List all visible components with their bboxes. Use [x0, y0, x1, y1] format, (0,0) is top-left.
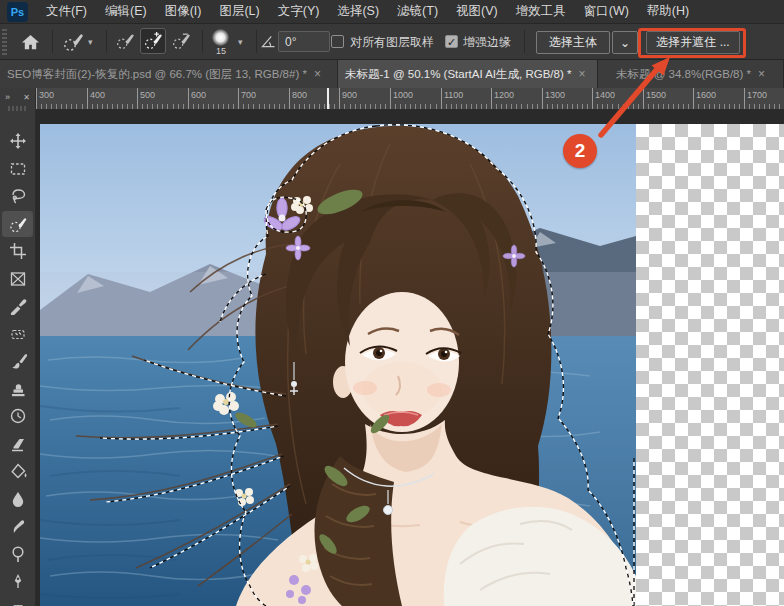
gradient-tool[interactable] [2, 458, 33, 484]
sample-all-layers-label: 对所有图层取样 [350, 24, 434, 60]
photoshop-logo: Ps [7, 2, 28, 22]
menu-item-3[interactable]: 图层(L) [210, 0, 268, 23]
enhance-edge-checkbox[interactable]: ✓ [445, 35, 458, 48]
ruler-label-1300: 1300 [545, 90, 565, 100]
angle-icon [261, 35, 276, 48]
ruler-label-700: 700 [241, 90, 256, 100]
ruler-label-600: 600 [191, 90, 206, 100]
ruler-tick-1700 [744, 88, 745, 109]
type-tool[interactable]: T [2, 596, 33, 606]
tab-2-close-icon[interactable]: × [578, 67, 585, 81]
menu-item-7[interactable]: 视图(V) [447, 0, 507, 23]
ruler-tick-300 [36, 88, 37, 109]
brush-size-chevron[interactable]: ▾ [238, 37, 243, 47]
ruler-label-800: 800 [292, 90, 307, 100]
document-tab-2-title: 未标题-1 @ 50.1% (StartAI AI生成, RGB/8) * [345, 67, 571, 82]
eyedropper-tool[interactable] [2, 293, 33, 319]
ruler-label-1200: 1200 [494, 90, 514, 100]
annotation-arrow [592, 48, 680, 144]
sample-all-layers-checkbox[interactable] [331, 35, 344, 48]
tool-preset-chevron[interactable]: ▾ [88, 37, 93, 47]
tools-panel-close-icon[interactable]: ✕ [23, 93, 30, 102]
patch-tool[interactable] [2, 321, 33, 347]
brush-tool[interactable] [2, 348, 33, 374]
ruler-tick-700 [238, 88, 239, 109]
tab-1-close-icon[interactable]: × [314, 67, 321, 81]
ruler-label-400: 400 [90, 90, 105, 100]
lasso-tool[interactable] [2, 183, 33, 209]
document-tab-1[interactable]: SEO博客封面(2)-恢复的.psd @ 66.7% (图层 13, RGB/8… [0, 60, 338, 88]
photoshop-window: { "menu_bar": { "logo_text": "Ps", "item… [0, 0, 784, 606]
ruler-position-marker [327, 88, 329, 109]
ruler-tick-800 [289, 88, 290, 109]
document-canvas[interactable] [40, 124, 636, 606]
rectangular-marquee-tool[interactable] [2, 156, 33, 182]
smudge-tool[interactable] [2, 513, 33, 539]
menu-item-5[interactable]: 选择(S) [328, 0, 388, 23]
ruler-tick-400 [87, 88, 88, 109]
tool-preset-icon[interactable] [60, 30, 86, 54]
options-bar-grip [2, 29, 7, 55]
ruler-tick-500 [137, 88, 138, 109]
clone-stamp-tool[interactable] [2, 376, 33, 402]
move-tool[interactable] [2, 128, 33, 154]
menu-item-2[interactable]: 图像(I) [156, 0, 211, 23]
tools-panel-collapse-icon[interactable]: » [5, 92, 10, 102]
home-button[interactable] [18, 30, 42, 54]
crop-tool[interactable] [2, 238, 33, 264]
menu-item-10[interactable]: 帮助(H) [638, 0, 698, 23]
ruler-label-1000: 1000 [393, 90, 413, 100]
ruler-label-1600: 1600 [696, 90, 716, 100]
brush-size-preview[interactable] [212, 29, 229, 46]
portrait-photo [40, 124, 636, 606]
ruler-tick-1600 [693, 88, 694, 109]
ruler-label-900: 900 [342, 90, 357, 100]
tools-panel-grip [8, 106, 27, 111]
angle-input[interactable]: 0° [278, 31, 330, 52]
selection-mode-subtract-button[interactable] [168, 28, 194, 54]
tab-3-close-icon[interactable]: × [758, 67, 765, 81]
selection-brush-tool[interactable] [2, 211, 33, 237]
enhance-edge-label: 增强边缘 [463, 24, 511, 60]
ruler-tick-900 [339, 88, 340, 109]
ruler-tick-1300 [542, 88, 543, 109]
ruler-tick-1000 [390, 88, 391, 109]
menu-item-9[interactable]: 窗口(W) [575, 0, 638, 23]
transparent-pixels-checkerboard[interactable] [636, 124, 784, 606]
ruler-label-300: 300 [39, 90, 54, 100]
document-tab-1-title: SEO博客封面(2)-恢复的.psd @ 66.7% (图层 13, RGB/8… [7, 67, 307, 82]
selection-mode-new-button[interactable] [112, 28, 138, 54]
selection-mode-add-button[interactable] [140, 28, 166, 54]
menu-items: 文件(F)编辑(E)图像(I)图层(L)文字(Y)选择(S)滤镜(T)视图(V)… [37, 0, 698, 23]
menu-item-4[interactable]: 文字(Y) [269, 0, 329, 23]
blur-tool[interactable] [2, 486, 33, 512]
menu-bar: Ps 文件(F)编辑(E)图像(I)图层(L)文字(Y)选择(S)滤镜(T)视图… [0, 0, 784, 24]
ruler-tick-600 [188, 88, 189, 109]
document-tab-2[interactable]: 未标题-1 @ 50.1% (StartAI AI生成, RGB/8) * × [338, 60, 598, 88]
svg-text:T: T [13, 601, 22, 606]
ruler-label-1700: 1700 [747, 90, 767, 100]
ruler-tick-1200 [491, 88, 492, 109]
dodge-tool[interactable] [2, 541, 33, 567]
tools-panel: » ✕ T [0, 88, 36, 606]
menu-item-1[interactable]: 编辑(E) [96, 0, 156, 23]
menu-item-6[interactable]: 滤镜(T) [388, 0, 447, 23]
pen-tool[interactable] [2, 568, 33, 594]
brush-size-value: 15 [212, 46, 230, 56]
menu-item-0[interactable]: 文件(F) [37, 0, 96, 23]
ruler-label-500: 500 [140, 90, 155, 100]
canvas-workspace [36, 110, 784, 606]
ruler-label-1100: 1100 [444, 90, 463, 100]
frame-tool[interactable] [2, 266, 33, 292]
menu-item-8[interactable]: 增效工具 [507, 0, 575, 23]
ruler-tick-1100 [441, 88, 442, 109]
eraser-tool[interactable] [2, 431, 33, 457]
history-brush-tool[interactable] [2, 403, 33, 429]
